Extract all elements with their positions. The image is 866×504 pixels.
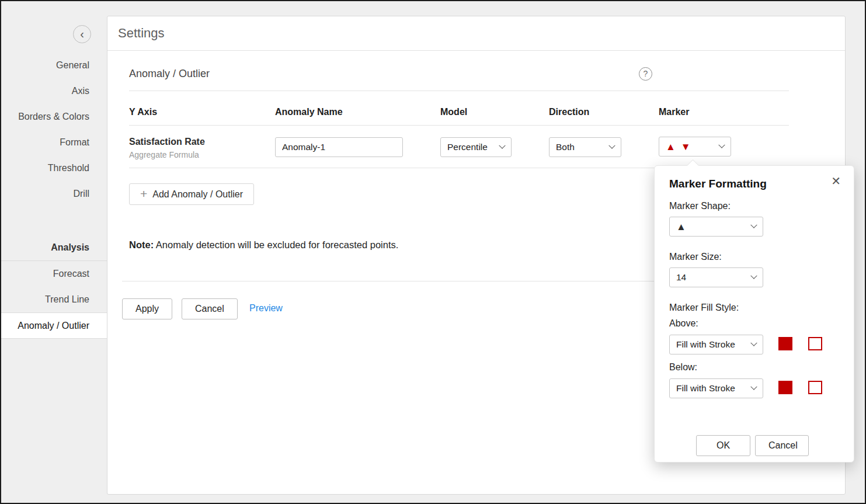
back-icon: ‹ (80, 27, 84, 40)
sidebar-nav: General Axis Borders & Colors Format Thr… (1, 53, 107, 207)
column-header-marker: Marker (659, 107, 689, 117)
chevron-down-icon (750, 340, 757, 346)
back-button[interactable]: ‹ (73, 25, 91, 43)
direction-select-value: Both (556, 142, 606, 152)
chevron-down-icon (499, 142, 505, 149)
marker-size-value: 14 (676, 272, 747, 283)
marker-size-label: Marker Size: (669, 252, 722, 262)
divider (129, 125, 789, 126)
below-stroke-color-swatch[interactable] (808, 381, 822, 394)
cancel-button[interactable]: Cancel (182, 298, 238, 319)
marker-size-select[interactable]: 14 (669, 267, 763, 287)
y-axis-value: Satisfaction Rate (129, 137, 205, 147)
model-select-value: Percentile (447, 142, 496, 152)
chevron-down-icon (608, 142, 615, 149)
marker-shape-select[interactable]: ▲ (669, 217, 763, 237)
marker-shape-label: Marker Shape: (669, 201, 731, 211)
below-fill-color-swatch[interactable] (778, 381, 792, 394)
below-label: Below: (669, 362, 697, 373)
column-header-direction: Direction (549, 107, 589, 117)
note-body: Anomaly detection will be excluded for f… (154, 239, 398, 250)
help-icon[interactable]: ? (639, 67, 652, 81)
settings-panel-header: Settings (107, 16, 845, 51)
chevron-down-icon (750, 222, 757, 228)
sidebar-item-borders-colors[interactable]: Borders & Colors (1, 104, 107, 130)
column-header-model: Model (440, 107, 467, 117)
column-header-anomaly-name: Anomaly Name (275, 107, 343, 117)
marker-fill-style-label: Marker Fill Style: (669, 303, 739, 313)
chevron-down-icon (750, 273, 757, 279)
preview-link[interactable]: Preview (249, 303, 283, 314)
note-text: Note: Anomaly detection will be excluded… (129, 239, 398, 251)
close-icon[interactable]: ✕ (827, 174, 844, 188)
settings-sidebar: ‹ General Axis Borders & Colors Format T… (1, 1, 107, 503)
triangle-down-icon: ▼ (681, 142, 714, 152)
marker-formatting-popup: Marker Formatting ✕ Marker Shape: ▲ Mark… (654, 165, 854, 463)
above-fill-select[interactable]: Fill with Stroke (669, 335, 763, 354)
divider (129, 91, 789, 91)
model-select[interactable]: Percentile (440, 137, 512, 157)
above-fill-color-swatch[interactable] (778, 337, 792, 350)
below-fill-select[interactable]: Fill with Stroke (669, 378, 763, 398)
sidebar-item-anomaly-outlier[interactable]: Anomaly / Outlier (1, 312, 107, 339)
above-label: Above: (669, 318, 698, 329)
sidebar-item-trend-line[interactable]: Trend Line (1, 287, 107, 312)
sidebar-item-forecast[interactable]: Forecast (1, 261, 107, 287)
settings-window: ‹ General Axis Borders & Colors Format T… (0, 0, 866, 504)
marker-select[interactable]: ▲ ▼ (659, 137, 731, 157)
sidebar-analysis-header: Analysis (1, 235, 107, 260)
column-header-y-axis: Y Axis (129, 107, 157, 117)
above-stroke-color-swatch[interactable] (808, 337, 822, 350)
chevron-down-icon (718, 142, 725, 148)
popup-title: Marker Formatting (669, 178, 767, 190)
anomaly-name-input[interactable] (275, 137, 403, 157)
below-fill-value: Fill with Stroke (676, 383, 747, 394)
section-title: Anomaly / Outlier (129, 68, 210, 80)
chevron-down-icon (750, 384, 757, 390)
ok-button[interactable]: OK (696, 435, 750, 456)
page-title: Settings (118, 26, 165, 41)
sidebar-item-threshold[interactable]: Threshold (1, 155, 107, 181)
note-prefix: Note: (129, 239, 154, 250)
triangle-up-icon: ▲ (676, 222, 747, 232)
popup-cancel-button[interactable]: Cancel (755, 435, 809, 456)
sidebar-analysis-section: Analysis Forecast Trend Line Anomaly / O… (1, 235, 107, 339)
apply-button[interactable]: Apply (122, 298, 172, 319)
sidebar-item-format[interactable]: Format (1, 130, 107, 155)
y-axis-subtitle: Aggregate Formula (129, 150, 199, 159)
add-anomaly-button[interactable]: + Add Anomaly / Outlier (129, 183, 254, 205)
direction-select[interactable]: Both (549, 137, 621, 157)
above-fill-value: Fill with Stroke (676, 339, 747, 350)
sidebar-item-axis[interactable]: Axis (1, 78, 107, 104)
add-anomaly-button-label: Add Anomaly / Outlier (152, 189, 243, 200)
triangle-up-icon: ▲ (666, 142, 676, 152)
sidebar-item-general[interactable]: General (1, 53, 107, 78)
plus-icon: + (140, 187, 147, 200)
sidebar-item-drill[interactable]: Drill (1, 181, 107, 207)
